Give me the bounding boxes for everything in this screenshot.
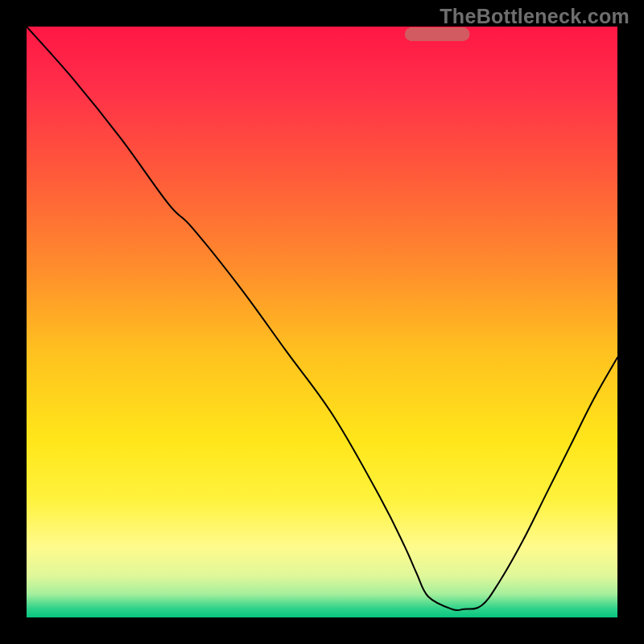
watermark: TheBottleneck.com [440,5,630,28]
optimum-marker [405,27,470,41]
bottleneck-chart [27,27,617,617]
frame: { "watermark": "TheBottleneck.com", "plo… [0,0,644,644]
